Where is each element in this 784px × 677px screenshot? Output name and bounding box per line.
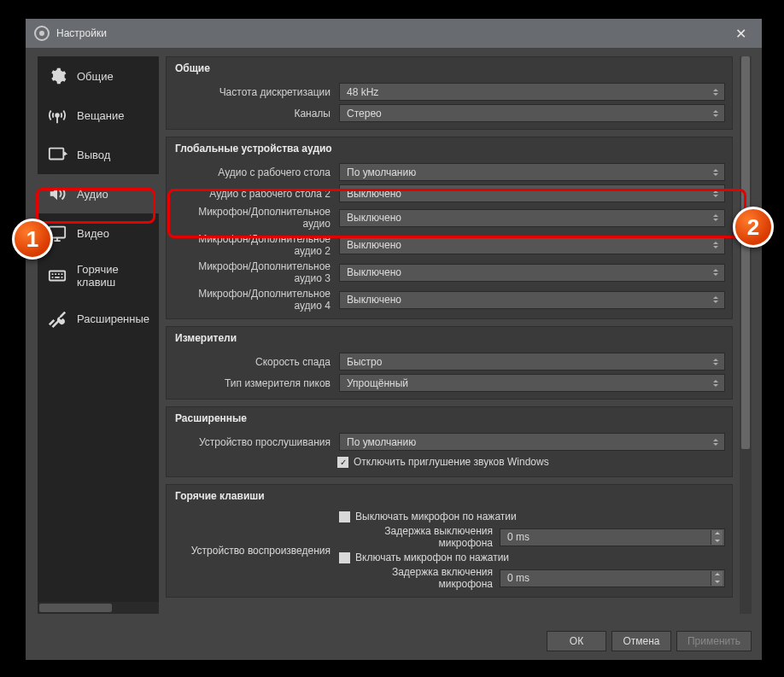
desktop-audio-2-label: Аудио с рабочего стола 2	[173, 188, 334, 200]
sample-rate-label: Частота дискретизации	[173, 86, 334, 98]
group-advanced: Расширенные Устройство прослушивания По …	[166, 406, 733, 477]
sample-rate-select[interactable]: 48 kHz	[339, 83, 725, 101]
window-title: Настройки	[56, 27, 107, 39]
ptt-mute-label: Выключать микрофон по нажатии	[355, 511, 517, 522]
mic-aux-select[interactable]: Выключено	[339, 209, 725, 227]
tools-icon	[46, 309, 68, 328]
mic-aux-label: Микрофон/Дополнительное аудио	[173, 206, 334, 230]
mic-aux-2-label: Микрофон/Дополнительное аудио 2	[173, 233, 334, 257]
unmute-delay-label: Задержка включения микрофона	[339, 566, 493, 590]
mic-aux-3-select[interactable]: Выключено	[339, 264, 725, 282]
settings-content: Общие Частота дискретизации 48 kHz Канал…	[166, 56, 734, 614]
peak-type-select[interactable]: Упрощённый	[339, 374, 725, 392]
sidebar-item-general[interactable]: Общие	[38, 56, 159, 96]
ok-button[interactable]: ОК	[547, 631, 606, 651]
apply-button[interactable]: Применить	[676, 631, 752, 651]
group-hotkeys: Горячие клавиши Устройство воспроизведен…	[166, 484, 733, 598]
sidebar-item-output[interactable]: Вывод	[38, 135, 159, 174]
sidebar-item-audio[interactable]: Аудио	[38, 174, 159, 213]
sidebar-item-advanced[interactable]: Расширенные	[38, 299, 159, 338]
group-title: Горячие клавиши	[167, 485, 732, 509]
svg-rect-1	[50, 149, 64, 160]
ptt-unmute-checkbox[interactable]	[339, 552, 350, 563]
svg-point-0	[56, 114, 59, 117]
cancel-button[interactable]: Отмена	[611, 631, 671, 651]
group-devices: Глобальные устройства аудио Аудио с рабо…	[166, 137, 733, 319]
monitor-icon	[46, 224, 68, 242]
svg-rect-3	[50, 271, 65, 281]
sidebar-item-label: Видео	[77, 227, 109, 240]
dialog-footer: ОК Отмена Применить	[26, 622, 762, 660]
mute-delay-label: Задержка выключения микрофона	[339, 525, 493, 549]
playback-device-label: Устройство воспроизведения	[173, 545, 334, 557]
gear-icon	[46, 67, 68, 85]
desktop-audio-2-select[interactable]: Выключено	[339, 184, 725, 202]
channels-label: Каналы	[173, 108, 334, 120]
group-general: Общие Частота дискретизации 48 kHz Канал…	[166, 56, 733, 130]
group-title: Общие	[167, 57, 732, 81]
sidebar: Общие Вещание Вывод	[38, 56, 159, 614]
settings-window: Настройки ✕ Общие Вещание	[26, 19, 762, 660]
sidebar-item-label: Вывод	[77, 149, 110, 161]
peak-type-label: Тип измерителя пиков	[173, 377, 334, 389]
svg-rect-2	[50, 227, 65, 238]
mic-aux-4-select[interactable]: Выключено	[339, 291, 725, 309]
desktop-audio-label: Аудио с рабочего стола	[173, 166, 334, 178]
sidebar-item-label: Вещание	[77, 109, 125, 122]
sidebar-item-hotkeys[interactable]: Горячие клавиш	[38, 253, 159, 299]
keyboard-icon	[46, 266, 68, 285]
decay-label: Скорость спада	[173, 356, 334, 368]
group-title: Глобальные устройства аудио	[167, 137, 732, 161]
desktop-audio-select[interactable]: По умолчанию	[339, 163, 725, 181]
broadcast-icon	[46, 106, 68, 125]
sidebar-item-video[interactable]: Видео	[38, 213, 159, 253]
output-icon	[46, 145, 68, 164]
sidebar-item-label: Расширенные	[77, 312, 149, 325]
disable-ducking-checkbox[interactable]: ✓	[337, 457, 348, 468]
decay-select[interactable]: Быстро	[339, 353, 725, 371]
sidebar-item-label: Общие	[77, 70, 114, 83]
ptt-mute-checkbox[interactable]	[339, 511, 350, 522]
mic-aux-3-label: Микрофон/Дополнительное аудио 3	[173, 260, 334, 284]
monitor-device-select[interactable]: По умолчанию	[339, 433, 725, 451]
channels-select[interactable]: Стерео	[339, 104, 725, 122]
group-title: Расширенные	[167, 407, 732, 431]
group-meters: Измерители Скорость спада Быстро Тип изм…	[166, 326, 733, 400]
group-title: Измерители	[167, 327, 732, 351]
mute-delay-spinner[interactable]: 0 ms	[500, 528, 725, 546]
sidebar-item-label: Горячие клавиш	[77, 263, 150, 289]
mic-aux-2-select[interactable]: Выключено	[339, 236, 725, 254]
disable-ducking-label: Отключить приглушение звуков Windows	[354, 456, 549, 468]
mic-aux-4-label: Микрофон/Дополнительное аудио 4	[173, 288, 334, 312]
unmute-delay-spinner[interactable]: 0 ms	[500, 569, 725, 587]
speaker-icon	[46, 184, 68, 203]
content-scrollbar[interactable]	[740, 56, 752, 614]
titlebar: Настройки ✕	[26, 19, 762, 48]
app-icon	[34, 26, 50, 41]
close-button[interactable]: ✕	[728, 26, 753, 42]
ptt-unmute-label: Включать микрофон по нажатии	[355, 552, 509, 563]
sidebar-scrollbar[interactable]	[38, 602, 159, 614]
sidebar-item-label: Аудио	[77, 188, 108, 201]
sidebar-item-stream[interactable]: Вещание	[38, 96, 159, 135]
monitor-device-label: Устройство прослушивания	[173, 436, 334, 448]
